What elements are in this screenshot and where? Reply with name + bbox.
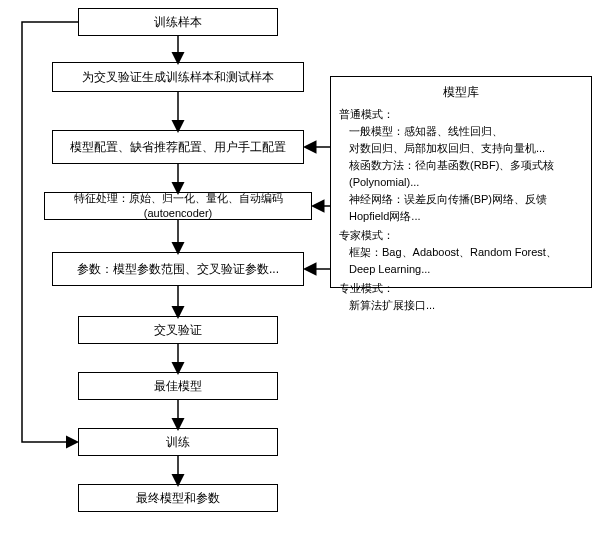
panel-line: 核函数方法：径向基函数(RBF)、多项式核(Polynomial)... <box>339 157 583 191</box>
panel-line: 一般模型：感知器、线性回归、 <box>339 123 583 140</box>
section-heading: 普通模式： <box>339 106 583 123</box>
panel-line: 新算法扩展接口... <box>339 297 583 314</box>
panel-section-expert: 专家模式： 框架：Bag、Adaboost、Random Forest、Deep… <box>339 227 583 278</box>
node-generate-cv-sets: 为交叉验证生成训练样本和测试样本 <box>52 62 304 92</box>
node-label: 为交叉验证生成训练样本和测试样本 <box>82 69 274 85</box>
node-label: 训练样本 <box>154 14 202 30</box>
node-label: 参数：模型参数范围、交叉验证参数... <box>77 261 279 277</box>
node-cross-validation: 交叉验证 <box>78 316 278 344</box>
panel-line: 框架：Bag、Adaboost、Random Forest、Deep Learn… <box>339 244 583 278</box>
panel-section-pro: 专业模式： 新算法扩展接口... <box>339 280 583 314</box>
node-label: 交叉验证 <box>154 322 202 338</box>
node-parameters: 参数：模型参数范围、交叉验证参数... <box>52 252 304 286</box>
model-library-panel: 模型库 普通模式： 一般模型：感知器、线性回归、 对数回归、局部加权回归、支持向… <box>330 76 592 288</box>
node-best-model: 最佳模型 <box>78 372 278 400</box>
section-heading: 专家模式： <box>339 227 583 244</box>
node-train: 训练 <box>78 428 278 456</box>
section-heading: 专业模式： <box>339 280 583 297</box>
node-final-model: 最终模型和参数 <box>78 484 278 512</box>
panel-section-common: 普通模式： 一般模型：感知器、线性回归、 对数回归、局部加权回归、支持向量机..… <box>339 106 583 225</box>
diagram-canvas: 训练样本 为交叉验证生成训练样本和测试样本 模型配置、缺省推荐配置、用户手工配置… <box>0 0 601 537</box>
node-training-samples: 训练样本 <box>78 8 278 36</box>
panel-line: 神经网络：误差反向传播(BP)网络、反馈Hopfield网络... <box>339 191 583 225</box>
node-label: 模型配置、缺省推荐配置、用户手工配置 <box>70 139 286 155</box>
panel-title: 模型库 <box>339 83 583 102</box>
node-label: 最佳模型 <box>154 378 202 394</box>
node-label: 最终模型和参数 <box>136 490 220 506</box>
node-label: 训练 <box>166 434 190 450</box>
node-label: 特征处理：原始、归一化、量化、自动编码(autoencoder) <box>49 191 307 221</box>
node-model-config: 模型配置、缺省推荐配置、用户手工配置 <box>52 130 304 164</box>
panel-line: 对数回归、局部加权回归、支持向量机... <box>339 140 583 157</box>
node-feature-processing: 特征处理：原始、归一化、量化、自动编码(autoencoder) <box>44 192 312 220</box>
